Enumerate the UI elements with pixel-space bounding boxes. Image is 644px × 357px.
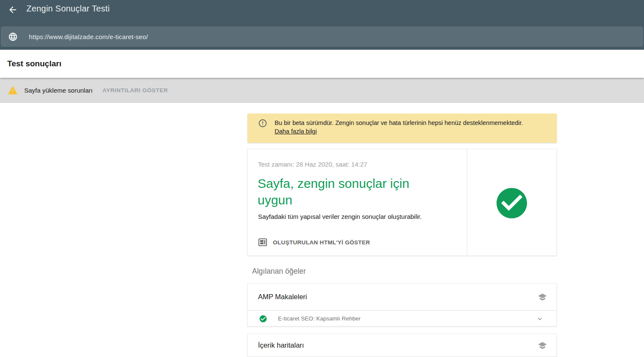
detected-items-title: Algılanan öğeler [252, 267, 306, 276]
group-title: AMP Makaleleri [258, 283, 307, 310]
rendered-html-icon [258, 238, 267, 246]
results-header: Test sonuçları [0, 50, 644, 78]
result-card: Test zamanı: 28 Haz 2020, saat: 14:27 Sa… [247, 149, 557, 256]
group-header: İçerik haritaları [248, 334, 556, 356]
verdict-title: Sayfa, zengin sonuçlar için uygun [258, 175, 445, 208]
verdict-description: Sayfadaki tüm yapısal veriler zengin son… [258, 213, 422, 220]
warning-icon [8, 85, 18, 95]
detected-group-amp: AMP Makaleleri E-ticaret SEO: Kapsamlı R… [247, 283, 557, 326]
beta-message: Bu bir beta sürümdür. Zengin sonuçlar ve… [275, 119, 523, 126]
group-title: İçerik haritaları [258, 334, 304, 356]
item-valid-icon [259, 314, 267, 323]
beta-text: Bu bir beta sürümdür. Zengin sonuçlar ve… [275, 119, 542, 136]
arrow-back-icon [8, 5, 18, 15]
info-outline-icon [258, 119, 267, 128]
app-bar: Zengin Sonuçlar Testi https://www.dijita… [0, 0, 644, 50]
show-rendered-html-button[interactable]: OLUŞTURULAN HTML'Yİ GÖSTER [258, 236, 370, 248]
test-timestamp: Test zamanı: 28 Haz 2020, saat: 14:27 [258, 161, 367, 168]
chevron-down-icon[interactable] [536, 315, 544, 323]
school-icon [538, 341, 547, 350]
tested-url: https://www.dijitalzade.com/e-ticaret-se… [29, 33, 148, 40]
school-icon [538, 292, 547, 302]
app-title: Zengin Sonuçlar Testi [26, 4, 110, 14]
beta-notice: Bu bir beta sürümdür. Zengin sonuçlar ve… [247, 113, 557, 143]
show-details-button[interactable]: AYRINTILARI GÖSTER [102, 87, 168, 94]
detected-item-row[interactable]: E-ticaret SEO: Kapsamlı Rehber [248, 311, 556, 326]
url-bar[interactable]: https://www.dijitalzade.com/e-ticaret-se… [1, 26, 643, 47]
content-area: Bu bir beta sürümdür. Zengin sonuçlar ve… [0, 103, 644, 357]
item-label: E-ticaret SEO: Kapsamlı Rehber [278, 315, 360, 322]
detected-group-content-maps: İçerik haritaları [247, 334, 557, 357]
success-check-icon [494, 185, 530, 221]
learn-more-link[interactable]: Daha fazla bilgi [275, 127, 317, 136]
warning-message: Sayfa yükleme sorunları [24, 87, 93, 94]
divider [248, 356, 556, 357]
results-title: Test sonuçları [7, 59, 61, 68]
group-header: AMP Makaleleri [248, 283, 556, 310]
warning-bar: Sayfa yükleme sorunları AYRINTILARI GÖST… [0, 78, 644, 103]
globe-icon [8, 32, 18, 42]
show-rendered-html-label: OLUŞTURULAN HTML'Yİ GÖSTER [273, 239, 370, 246]
back-button[interactable] [7, 4, 18, 15]
card-vertical-divider [467, 149, 467, 255]
